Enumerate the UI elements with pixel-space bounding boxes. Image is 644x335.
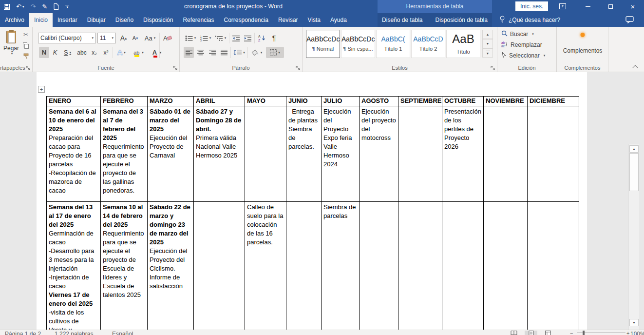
cut-icon[interactable]: ✂ <box>21 30 30 39</box>
table-cell[interactable] <box>286 202 322 330</box>
table-header-cell[interactable]: MARZO <box>148 97 194 106</box>
line-spacing-icon[interactable]: ▾ <box>232 47 246 58</box>
style--normal[interactable]: AaBbCcDc¶ Normal <box>306 30 340 58</box>
tab-vista[interactable]: Vista <box>303 13 325 27</box>
strikethrough-button[interactable]: abc <box>76 47 88 58</box>
style-titulo-1[interactable]: AaBbC(Título 1 <box>376 30 410 58</box>
table-cell[interactable] <box>528 202 579 330</box>
styles-scroll-down-icon[interactable]: ▼ <box>482 39 493 48</box>
draw-icon[interactable]: ✎ <box>42 3 47 10</box>
table-header-cell[interactable]: NOVIEMBRE <box>484 97 528 106</box>
paste-button[interactable]: Pegar ▾ <box>1 29 21 63</box>
language-status[interactable]: Español <box>112 331 133 335</box>
table-cell[interactable]: Semana 10 al 14 de febrero del 2025Reque… <box>101 202 148 330</box>
table-cell[interactable]: Sábado 01 de marzo del 2025Ejecución del… <box>148 106 194 202</box>
table-header-cell[interactable]: MAYO <box>245 97 286 106</box>
ribbon-display-options-icon[interactable] <box>559 3 567 10</box>
superscript-button[interactable]: x² <box>101 47 111 58</box>
table-move-handle[interactable]: + <box>38 86 45 93</box>
shading-icon[interactable]: ▾ <box>249 47 264 58</box>
tell-me-assistant[interactable]: ¿Qué desea hacer? <box>499 13 560 27</box>
replace-button[interactable]: abac Reemplazar <box>501 40 542 49</box>
table-cell[interactable]: Ejecución del Proyecto Expo feria Valle … <box>322 106 360 202</box>
underline-button[interactable]: S▾ <box>61 47 74 58</box>
table-cell[interactable]: Calleo de suelo para la colocación de la… <box>245 202 286 330</box>
table-cell[interactable] <box>484 106 528 202</box>
tab-disposicion-de-tabla[interactable]: Disposición de tabla <box>431 13 492 27</box>
styles-dialog-launcher-icon[interactable] <box>491 65 495 70</box>
tab-referencias[interactable]: Referencias <box>178 13 219 27</box>
maximize-button[interactable] <box>599 0 622 13</box>
italic-button[interactable]: K <box>51 47 59 58</box>
close-button[interactable]: × <box>622 0 644 13</box>
font-size-combobox[interactable]: 11▾ <box>97 33 116 43</box>
undo-icon[interactable]: ↶▾ <box>16 3 24 10</box>
tab-revisar[interactable]: Revisar <box>273 13 303 27</box>
font-dialog-launcher-icon[interactable] <box>173 65 178 70</box>
paragraph-dialog-launcher-icon[interactable] <box>296 65 301 70</box>
justify-button[interactable] <box>219 47 229 58</box>
vertical-scrollbar-thumb[interactable] <box>629 153 639 191</box>
copy-icon[interactable] <box>21 41 30 50</box>
table-header-cell[interactable]: JUNIO <box>286 97 322 106</box>
table-cell[interactable]: Semana del 6 al 10 de enero del 2025Prep… <box>47 106 101 202</box>
bold-button[interactable]: N <box>39 47 49 58</box>
customize-qat-icon[interactable]: ▾ <box>65 5 69 8</box>
table-header-cell[interactable]: AGOSTO <box>360 97 398 106</box>
table-cell[interactable]: Presentación de los perfiles de Proyecto… <box>442 106 484 202</box>
scroll-up-icon[interactable]: ▲ <box>629 145 639 153</box>
multilevel-list-icon[interactable]: ▾ <box>214 33 227 43</box>
table-cell[interactable] <box>398 202 442 330</box>
sign-in-button[interactable]: Inic. ses. <box>515 1 548 11</box>
font-color-icon[interactable]: A ▾ <box>149 47 165 58</box>
table-cell[interactable] <box>360 202 398 330</box>
align-center-button[interactable] <box>195 47 206 58</box>
table-cell[interactable] <box>398 106 442 202</box>
web-layout-icon[interactable] <box>542 331 554 335</box>
table-cell[interactable] <box>442 202 484 330</box>
align-left-button[interactable] <box>184 47 194 58</box>
styles-gallery-expand-icon[interactable]: ▼ <box>482 48 493 58</box>
table-cell[interactable]: Semana del 3 al 7 de febrero del 2025Req… <box>101 106 148 202</box>
table-cell[interactable]: Sábado 22 de marzo y domingo 23 de marzo… <box>148 202 194 330</box>
show-paragraph-marks-icon[interactable]: ¶ <box>269 33 279 43</box>
tab-diseno[interactable]: Diseño <box>111 13 138 27</box>
grow-font-icon[interactable]: A▴ <box>118 33 129 43</box>
tab-ayuda[interactable]: Ayuda <box>325 13 352 27</box>
collapse-ribbon-icon[interactable] <box>632 65 638 70</box>
tab-dibujar[interactable]: Dibujar <box>82 13 111 27</box>
highlight-color-icon[interactable]: ab ▾ <box>131 47 146 58</box>
zoom-level[interactable]: 100% <box>630 331 644 335</box>
redo-icon[interactable]: ↷ <box>30 3 36 10</box>
tab-correspondencia[interactable]: Correspondencia <box>219 13 273 27</box>
sort-icon[interactable]: AZ <box>256 33 267 43</box>
table-header-cell[interactable]: DICIEMBRE <box>528 97 579 106</box>
scroll-down-icon[interactable]: ▼ <box>629 319 639 326</box>
tab-inicio[interactable]: Inicio <box>29 13 53 27</box>
tab-diseno-de-tabla[interactable]: Diseño de tabla <box>377 13 427 27</box>
shrink-font-icon[interactable]: A▾ <box>130 33 140 43</box>
zoom-out-icon[interactable]: − <box>570 330 573 335</box>
table-header-cell[interactable]: JULIO <box>322 97 360 106</box>
styles-scroll-up-icon[interactable]: ▲ <box>482 30 493 39</box>
table-cell[interactable]: Sábado 27 y Domingo 28 de abril.Primera … <box>194 106 245 202</box>
subscript-button[interactable]: x₂ <box>89 47 99 58</box>
clear-formatting-icon[interactable]: A <box>161 33 174 43</box>
format-painter-icon[interactable] <box>21 52 30 60</box>
decrease-indent-icon[interactable] <box>231 33 241 43</box>
text-effects-icon[interactable]: A▾ <box>115 47 128 58</box>
bullets-icon[interactable]: ▾ <box>184 33 197 43</box>
new-document-icon[interactable] <box>54 3 59 10</box>
table-cell[interactable] <box>194 202 245 330</box>
table-header-cell[interactable]: ABRIL <box>194 97 245 106</box>
style-titulo[interactable]: AaBTítulo <box>446 30 480 58</box>
zoom-slider-thumb[interactable] <box>583 331 585 335</box>
table-header-cell[interactable]: FEBRERO <box>101 97 148 106</box>
style-titulo-2[interactable]: AaBbCcDTítulo 2 <box>411 30 445 58</box>
table-cell[interactable] <box>528 106 579 202</box>
tab-disposicion[interactable]: Disposición <box>138 13 178 27</box>
document-page[interactable]: + ENEROFEBREROMARZOABRILMAYOJUNIOJULIOAG… <box>37 72 587 330</box>
find-button[interactable]: Buscar▾ <box>501 30 534 39</box>
word-count-status[interactable]: 1.222 palabras <box>55 331 93 335</box>
addins-button[interactable]: Complementos <box>561 29 605 59</box>
